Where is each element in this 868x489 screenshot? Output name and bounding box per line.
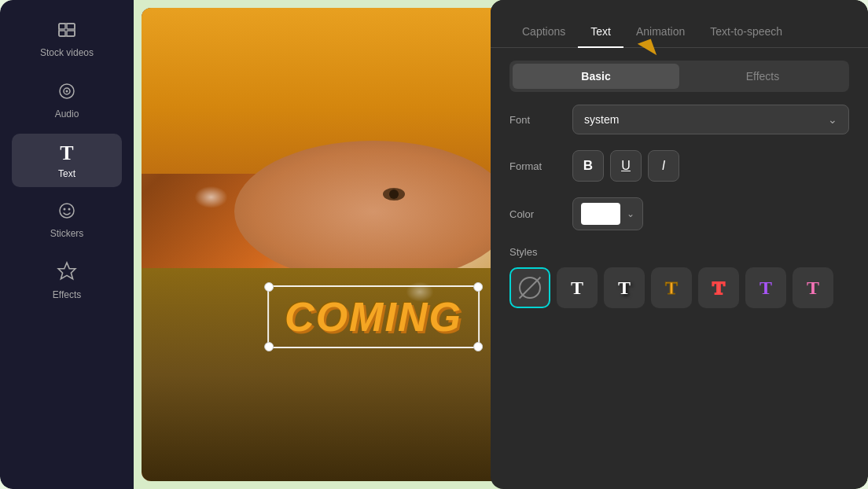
effects-icon [57, 261, 77, 286]
audio-icon [57, 82, 76, 105]
sidebar-item-effects[interactable]: Effects [12, 253, 122, 308]
svg-rect-3 [67, 24, 75, 29]
format-row: Format B U I [509, 150, 849, 182]
styles-label: Styles [509, 246, 849, 258]
no-style-icon [519, 277, 541, 299]
sidebar-item-label-text: Text [58, 168, 75, 179]
format-label: Format [509, 160, 572, 172]
style-red-text: T [712, 278, 725, 299]
svg-point-7 [66, 90, 68, 92]
format-buttons: B U I [572, 150, 679, 182]
handle-top-left[interactable] [264, 282, 274, 292]
stickers-icon [57, 201, 76, 225]
style-yellow-text: T [665, 278, 678, 299]
tab-captions[interactable]: Captions [509, 16, 578, 47]
style-purple-text: T [760, 278, 772, 299]
sidebar-item-audio[interactable]: Audio [12, 74, 122, 127]
overlay-text: COMING [285, 294, 462, 340]
toggle-basic[interactable]: Basic [513, 64, 679, 89]
text-icon: T [60, 142, 73, 165]
font-label: Font [509, 114, 572, 126]
right-panel: Captions Text Animation Text-to-speech B… [491, 0, 868, 489]
svg-rect-2 [59, 31, 65, 36]
style-purple[interactable]: T [745, 267, 786, 308]
italic-button[interactable]: I [648, 150, 679, 182]
main-area: COMING Captions Text Animation Text-to-s… [134, 0, 868, 489]
styles-row: T T T T T [509, 267, 849, 308]
sidebar-item-label-stickers: Stickers [50, 228, 84, 239]
toggle-effects[interactable]: Effects [679, 64, 846, 89]
sidebar-item-stock-videos[interactable]: Stock videos [12, 13, 122, 68]
tab-text[interactable]: Text [578, 16, 623, 47]
handle-top-right[interactable] [473, 282, 483, 292]
font-dropdown[interactable]: system ⌄ [572, 105, 849, 134]
svg-point-9 [64, 208, 66, 210]
svg-rect-1 [59, 24, 65, 29]
underline-button[interactable]: U [610, 150, 642, 182]
style-plain-text: T [571, 278, 583, 299]
handle-bottom-right[interactable] [473, 342, 483, 351]
bold-button[interactable]: B [572, 150, 604, 182]
style-pink-text: T [807, 278, 819, 299]
svg-point-10 [68, 208, 71, 210]
stock-videos-icon [57, 20, 76, 44]
style-red[interactable]: T [698, 267, 739, 308]
sidebar-item-label-audio: Audio [55, 108, 79, 119]
font-chevron-icon: ⌄ [828, 113, 837, 126]
svg-marker-11 [58, 263, 75, 279]
svg-point-8 [60, 204, 74, 218]
panel-content: Font system ⌄ Format B U I [491, 105, 868, 308]
color-picker[interactable]: ⌄ [572, 197, 643, 230]
style-none[interactable] [509, 267, 550, 308]
font-row: Font system ⌄ [509, 105, 849, 134]
sidebar: Stock videos Audio T Text Stickers [0, 0, 134, 489]
sidebar-item-label-effects: Effects [53, 289, 81, 300]
sidebar-item-stickers[interactable]: Stickers [12, 193, 122, 247]
color-row: Color ⌄ [509, 197, 849, 230]
color-swatch [581, 203, 620, 225]
sidebar-item-text[interactable]: T Text [12, 134, 122, 187]
style-shadow[interactable]: T [604, 267, 645, 308]
svg-rect-4 [67, 31, 75, 36]
color-chevron-icon: ⌄ [627, 208, 634, 219]
handle-bottom-left[interactable] [264, 342, 274, 351]
panel-tabs: Captions Text Animation Text-to-speech [491, 0, 868, 48]
toggle-row: Basic Effects [509, 61, 849, 92]
tab-animation[interactable]: Animation [623, 16, 697, 47]
styles-section: Styles T T T [509, 246, 849, 308]
style-yellow[interactable]: T [651, 267, 692, 308]
style-pink[interactable]: T [793, 267, 833, 308]
style-shadow-text: T [618, 278, 631, 299]
sidebar-item-label-stock-videos: Stock videos [40, 47, 94, 60]
color-label: Color [509, 208, 572, 220]
style-plain[interactable]: T [557, 267, 598, 308]
text-overlay[interactable]: COMING [267, 285, 480, 348]
tab-text-to-speech[interactable]: Text-to-speech [697, 16, 795, 47]
